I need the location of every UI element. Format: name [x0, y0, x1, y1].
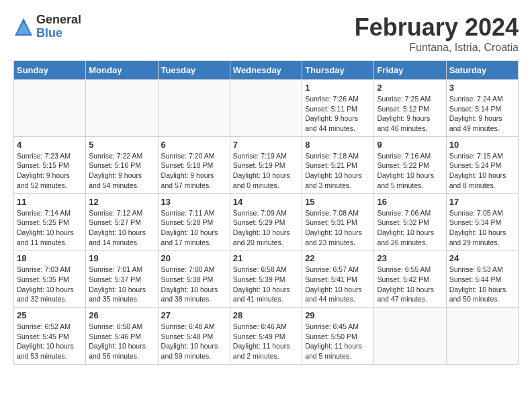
day-number: 27	[161, 310, 227, 320]
day-cell-17: 17Sunrise: 7:05 AMSunset: 5:34 PMDayligh…	[446, 193, 518, 250]
empty-cell	[374, 308, 446, 365]
day-cell-27: 27Sunrise: 6:48 AMSunset: 5:48 PMDayligh…	[158, 308, 230, 365]
day-cell-5: 5Sunrise: 7:22 AMSunset: 5:16 PMDaylight…	[86, 136, 158, 193]
day-info: Sunrise: 6:50 AMSunset: 5:46 PMDaylight:…	[89, 322, 154, 361]
weekday-header-saturday: Saturday	[446, 61, 518, 80]
day-cell-23: 23Sunrise: 6:55 AMSunset: 5:42 PMDayligh…	[374, 250, 446, 308]
day-cell-21: 21Sunrise: 6:58 AMSunset: 5:39 PMDayligh…	[230, 250, 302, 308]
title-section: February 2024 Funtana, Istria, Croatia	[355, 13, 519, 54]
day-number: 26	[89, 310, 154, 320]
day-number: 28	[233, 310, 299, 320]
page-header: General Blue February 2024 Funtana, Istr…	[13, 13, 519, 54]
day-info: Sunrise: 7:19 AMSunset: 5:19 PMDaylight:…	[233, 151, 299, 191]
day-info: Sunrise: 7:24 AMSunset: 5:14 PMDaylight:…	[449, 94, 515, 134]
day-number: 18	[17, 253, 83, 263]
day-info: Sunrise: 7:03 AMSunset: 5:35 PMDaylight:…	[17, 265, 83, 304]
day-info: Sunrise: 7:25 AMSunset: 5:12 PMDaylight:…	[377, 94, 443, 134]
day-cell-4: 4Sunrise: 7:23 AMSunset: 5:15 PMDaylight…	[14, 136, 86, 193]
week-row-5: 25Sunrise: 6:52 AMSunset: 5:45 PMDayligh…	[14, 308, 519, 365]
day-info: Sunrise: 7:20 AMSunset: 5:18 PMDaylight:…	[161, 151, 227, 191]
day-cell-28: 28Sunrise: 6:46 AMSunset: 5:49 PMDayligh…	[230, 308, 302, 365]
day-number: 13	[161, 197, 227, 207]
week-row-4: 18Sunrise: 7:03 AMSunset: 5:35 PMDayligh…	[14, 250, 519, 308]
day-cell-22: 22Sunrise: 6:57 AMSunset: 5:41 PMDayligh…	[302, 250, 374, 308]
day-cell-19: 19Sunrise: 7:01 AMSunset: 5:37 PMDayligh…	[86, 250, 158, 308]
day-cell-2: 2Sunrise: 7:25 AMSunset: 5:12 PMDaylight…	[374, 80, 446, 137]
day-info: Sunrise: 7:15 AMSunset: 5:24 PMDaylight:…	[449, 151, 515, 191]
day-cell-14: 14Sunrise: 7:09 AMSunset: 5:29 PMDayligh…	[230, 193, 302, 250]
day-number: 20	[161, 253, 227, 263]
day-cell-18: 18Sunrise: 7:03 AMSunset: 5:35 PMDayligh…	[14, 250, 86, 308]
empty-cell	[14, 80, 86, 137]
day-info: Sunrise: 7:01 AMSunset: 5:37 PMDaylight:…	[89, 265, 154, 304]
month-title: February 2024	[355, 13, 519, 42]
logo: General Blue	[13, 13, 81, 40]
day-number: 11	[17, 197, 83, 207]
day-info: Sunrise: 6:57 AMSunset: 5:41 PMDaylight:…	[305, 265, 371, 304]
day-number: 1	[305, 83, 371, 93]
day-cell-25: 25Sunrise: 6:52 AMSunset: 5:45 PMDayligh…	[14, 308, 86, 365]
empty-cell	[86, 80, 158, 137]
empty-cell	[158, 80, 230, 137]
day-info: Sunrise: 6:52 AMSunset: 5:45 PMDaylight:…	[17, 322, 83, 361]
week-row-1: 1Sunrise: 7:26 AMSunset: 5:11 PMDaylight…	[14, 80, 519, 137]
day-cell-12: 12Sunrise: 7:12 AMSunset: 5:27 PMDayligh…	[86, 193, 158, 250]
day-info: Sunrise: 7:00 AMSunset: 5:38 PMDaylight:…	[161, 265, 227, 304]
weekday-header-monday: Monday	[86, 61, 158, 80]
day-info: Sunrise: 6:45 AMSunset: 5:50 PMDaylight:…	[305, 322, 371, 361]
weekday-header-tuesday: Tuesday	[158, 61, 230, 80]
weekday-header-row: SundayMondayTuesdayWednesdayThursdayFrid…	[14, 61, 519, 80]
day-cell-15: 15Sunrise: 7:08 AMSunset: 5:31 PMDayligh…	[302, 193, 374, 250]
day-info: Sunrise: 6:55 AMSunset: 5:42 PMDaylight:…	[377, 265, 443, 304]
day-info: Sunrise: 7:22 AMSunset: 5:16 PMDaylight:…	[89, 151, 154, 191]
day-number: 22	[305, 253, 371, 263]
day-number: 25	[17, 310, 83, 320]
day-cell-16: 16Sunrise: 7:06 AMSunset: 5:32 PMDayligh…	[374, 193, 446, 250]
day-info: Sunrise: 7:14 AMSunset: 5:25 PMDaylight:…	[17, 208, 83, 248]
day-cell-13: 13Sunrise: 7:11 AMSunset: 5:28 PMDayligh…	[158, 193, 230, 250]
calendar-table: SundayMondayTuesdayWednesdayThursdayFrid…	[13, 60, 519, 365]
day-cell-3: 3Sunrise: 7:24 AMSunset: 5:14 PMDaylight…	[446, 80, 518, 137]
day-number: 21	[233, 253, 299, 263]
day-cell-20: 20Sunrise: 7:00 AMSunset: 5:38 PMDayligh…	[158, 250, 230, 308]
day-info: Sunrise: 7:06 AMSunset: 5:32 PMDaylight:…	[377, 208, 443, 248]
day-info: Sunrise: 6:53 AMSunset: 5:44 PMDaylight:…	[449, 265, 515, 304]
day-info: Sunrise: 7:11 AMSunset: 5:28 PMDaylight:…	[161, 208, 227, 248]
day-number: 14	[233, 197, 299, 207]
day-number: 8	[305, 140, 371, 150]
day-number: 12	[89, 197, 154, 207]
day-info: Sunrise: 7:23 AMSunset: 5:15 PMDaylight:…	[17, 151, 83, 191]
day-info: Sunrise: 7:08 AMSunset: 5:31 PMDaylight:…	[305, 208, 371, 248]
day-info: Sunrise: 7:16 AMSunset: 5:22 PMDaylight:…	[377, 151, 443, 191]
day-number: 2	[377, 83, 443, 93]
day-cell-26: 26Sunrise: 6:50 AMSunset: 5:46 PMDayligh…	[86, 308, 158, 365]
weekday-header-wednesday: Wednesday	[230, 61, 302, 80]
day-cell-1: 1Sunrise: 7:26 AMSunset: 5:11 PMDaylight…	[302, 80, 374, 137]
logo-icon	[13, 17, 34, 37]
day-info: Sunrise: 6:58 AMSunset: 5:39 PMDaylight:…	[233, 265, 299, 304]
week-row-2: 4Sunrise: 7:23 AMSunset: 5:15 PMDaylight…	[14, 136, 519, 193]
day-number: 17	[449, 197, 515, 207]
day-number: 9	[377, 140, 443, 150]
day-number: 16	[377, 197, 443, 207]
day-number: 6	[161, 140, 227, 150]
logo-blue-text: Blue	[36, 27, 81, 40]
day-cell-9: 9Sunrise: 7:16 AMSunset: 5:22 PMDaylight…	[374, 136, 446, 193]
empty-cell	[230, 80, 302, 137]
day-number: 10	[449, 140, 515, 150]
day-cell-24: 24Sunrise: 6:53 AMSunset: 5:44 PMDayligh…	[446, 250, 518, 308]
day-info: Sunrise: 7:18 AMSunset: 5:21 PMDaylight:…	[305, 151, 371, 191]
day-number: 5	[89, 140, 154, 150]
day-cell-11: 11Sunrise: 7:14 AMSunset: 5:25 PMDayligh…	[14, 193, 86, 250]
day-number: 7	[233, 140, 299, 150]
day-cell-29: 29Sunrise: 6:45 AMSunset: 5:50 PMDayligh…	[302, 308, 374, 365]
day-number: 29	[305, 310, 371, 320]
weekday-header-friday: Friday	[374, 61, 446, 80]
day-info: Sunrise: 7:09 AMSunset: 5:29 PMDaylight:…	[233, 208, 299, 248]
day-number: 24	[449, 253, 515, 263]
weekday-header-thursday: Thursday	[302, 61, 374, 80]
day-info: Sunrise: 7:12 AMSunset: 5:27 PMDaylight:…	[89, 208, 154, 248]
logo-general-text: General	[36, 13, 81, 27]
day-cell-7: 7Sunrise: 7:19 AMSunset: 5:19 PMDaylight…	[230, 136, 302, 193]
day-number: 23	[377, 253, 443, 263]
